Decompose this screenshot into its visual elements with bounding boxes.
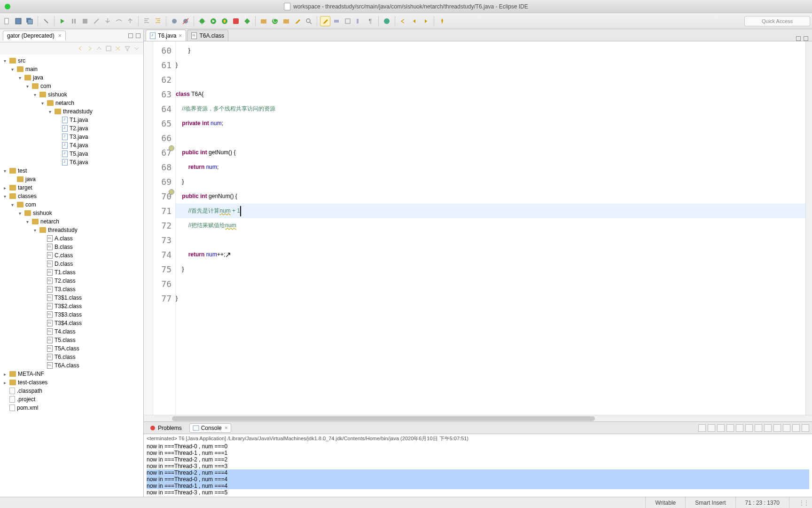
tree-node[interactable]: T3$3.class [0,310,143,319]
console-pin-icon[interactable] [755,424,762,432]
close-icon[interactable]: × [58,32,62,39]
tree-twisty[interactable]: ▾ [32,228,38,233]
new-package-button[interactable] [258,16,269,26]
tree-node[interactable]: ▾classes [0,192,143,200]
tree-node[interactable]: B.class [0,243,143,251]
console-wrap-icon[interactable] [745,424,753,432]
code-line[interactable]: class T6A{ [176,87,805,102]
code-line[interactable] [176,277,805,291]
debug-disconnect-button[interactable] [91,16,102,26]
console-line[interactable]: now in ===Thread-1 , num ===1 [147,450,809,456]
code-line[interactable]: } [176,262,805,277]
back-button[interactable] [409,16,420,26]
tree-node[interactable]: T5A.class [0,344,143,353]
indent-right-button[interactable] [153,16,163,26]
open-type-button[interactable] [281,16,291,26]
console-open-icon[interactable] [773,424,781,432]
collapse-all-icon[interactable] [105,45,112,52]
quick-access-input[interactable]: Quick Access [744,16,810,26]
annotation-ruler[interactable] [144,41,153,415]
tree-twisty[interactable]: ▾ [47,109,53,114]
tree-twisty[interactable]: ▾ [39,101,45,106]
console-line[interactable]: now in ===Thread-3 , num ===5 [147,489,809,496]
external-tools-button[interactable] [242,16,252,26]
tree-node[interactable]: ▾threadstudy [0,226,143,234]
tree-twisty[interactable]: ▾ [17,211,23,216]
tree-node[interactable]: T4.class [0,327,143,336]
console-new-icon[interactable] [783,424,790,432]
tree-twisty[interactable]: ▸ [2,372,8,377]
pin-button[interactable] [437,16,447,26]
tree-node[interactable]: ▾netarch [0,99,143,107]
maximize-view-button[interactable] [802,424,809,432]
console-line[interactable]: now in ===Thread-1 , num ===4 [147,483,809,489]
skip-breakpoints-button[interactable] [180,16,191,26]
tree-node[interactable]: T3$4.class [0,319,143,327]
tree-node[interactable]: ▾sishuok [0,90,143,99]
code-line[interactable]: //首先是计算num + 1 [176,204,805,218]
new-button[interactable] [2,16,12,26]
tree-node[interactable]: ▾netarch [0,217,143,226]
show-whitespace-button[interactable] [331,16,342,26]
minimize-view-button[interactable] [128,33,133,38]
tree-node[interactable]: ▾com [0,82,143,90]
tree-node[interactable]: T2.java [0,124,143,133]
tree-twisty[interactable]: ▾ [9,202,15,207]
maximize-view-button[interactable] [804,36,808,41]
tree-node[interactable]: T5.java [0,150,143,158]
tree-node[interactable]: ▾sishuok [0,209,143,217]
debug-resume-button[interactable] [57,16,68,26]
step-over-button[interactable] [114,16,124,26]
tree-node[interactable]: ▾src [0,56,143,65]
tree-node[interactable]: ▸test-classes [0,378,143,387]
show-ruler-button[interactable] [354,16,364,26]
search-button[interactable] [304,16,314,26]
console-scroll-lock-icon[interactable] [736,424,743,432]
code-line[interactable]: public int getNum() { [176,145,805,160]
code-line[interactable]: return num; [176,160,805,175]
breakpoint-button[interactable] [169,16,180,26]
step-into-button[interactable] [102,16,113,26]
code-line[interactable]: public int genNum() { [176,189,805,204]
console-clear-icon[interactable] [726,424,734,432]
problems-tab[interactable]: Problems [147,424,185,432]
tree-node[interactable]: T1.java [0,116,143,124]
paragraph-button[interactable]: ¶ [365,16,375,26]
save-all-button[interactable] [24,16,35,26]
tree-node[interactable]: T3$2.class [0,302,143,310]
link-button[interactable] [41,16,51,26]
debug-stop-button[interactable] [80,16,90,26]
navigator-tree[interactable]: ▾src▾main▾java▾com▾sishuok▾netarch▾threa… [0,55,143,497]
tree-twisty[interactable]: ▾ [2,168,8,174]
editor-tab-t6aclass[interactable]: T6A.class [187,30,228,41]
save-button[interactable] [13,16,23,26]
line-number-gutter[interactable]: 606162636465666768697071727374757677 [153,41,176,415]
tree-node[interactable]: ▸target [0,183,143,192]
forward-icon[interactable] [86,45,94,52]
tree-node[interactable]: A.class [0,234,143,243]
coverage-button[interactable] [219,16,230,26]
overview-ruler[interactable] [805,41,812,415]
tree-twisty[interactable]: ▾ [9,67,15,72]
code-line[interactable] [176,233,805,247]
code-editor[interactable]: }}class T6A{ //临界资源，多个线程共享访问的资源 private … [176,41,805,415]
console-close-icon[interactable] [698,424,706,432]
tree-node[interactable]: T6A.class [0,361,143,370]
code-line[interactable]: } [176,58,805,72]
run-button[interactable] [208,16,219,26]
console-line[interactable]: now in ===Thread-0 , num ===4 [147,476,809,483]
up-icon[interactable] [95,45,103,52]
code-line[interactable] [176,131,805,145]
code-line[interactable]: } [176,175,805,189]
maximize-view-button[interactable] [136,33,141,38]
console-line[interactable]: now in ===Thread-2 , num ===2 [147,456,809,463]
step-return-button[interactable] [125,16,135,26]
edit-button[interactable] [292,16,303,26]
tree-twisty[interactable]: ▾ [24,84,30,89]
tree-node[interactable]: C.class [0,251,143,260]
console-remove-all-icon[interactable] [708,424,715,432]
toggle-block-button[interactable] [343,16,353,26]
code-line[interactable]: //临界资源，多个线程共享访问的资源 [176,102,805,116]
tree-twisty[interactable]: ▾ [24,219,30,224]
debug-button[interactable] [197,16,207,26]
